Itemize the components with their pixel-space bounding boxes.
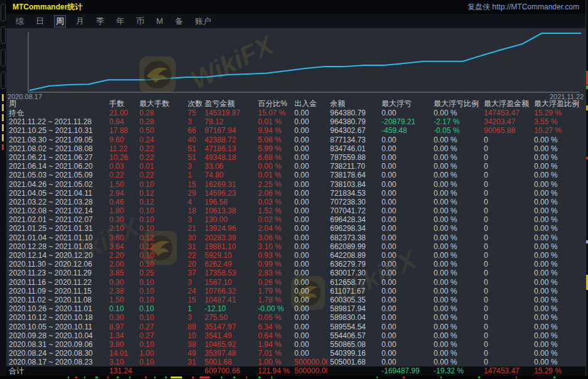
menu-item-日[interactable]: 日 xyxy=(34,15,46,28)
table-row[interactable]: 2021.06.14 ~ 2021.06.200.030.01333.060.0… xyxy=(6,162,585,171)
table-cell: 0.00 xyxy=(379,278,431,287)
table-cell: 20 xyxy=(185,260,202,269)
table-cell: 0.26 % xyxy=(255,278,292,287)
menu-item-M[interactable]: M xyxy=(154,16,165,26)
table-cell: 5.08 % xyxy=(255,136,292,144)
table-cell: 0.00 % xyxy=(532,323,585,331)
background-candle-fragment xyxy=(129,376,131,378)
window-titlebar[interactable]: MTCommander统计 复盘侠 http://MTCommander.com xyxy=(6,0,585,14)
table-cell: 30 xyxy=(185,233,202,242)
table-cell: 1.94 % xyxy=(255,340,292,349)
table-cell: 2021.04.26 ~ 2021.05.02 xyxy=(6,180,107,189)
table-row[interactable]: 2020.08.31 ~ 2020.09.063.800.103810465.9… xyxy=(6,340,585,349)
table-row[interactable]: 2021.01.04 ~ 2021.01.103.600.123020283.3… xyxy=(6,233,585,242)
table-cell: 0.28 xyxy=(137,109,185,117)
table-cell: 0.00 xyxy=(292,109,328,117)
table-cell: 3 xyxy=(185,162,202,171)
table-row[interactable]: 2020.10.12 ~ 2020.10.180.300.103275.500.… xyxy=(6,313,585,322)
table-cell: 38 xyxy=(185,340,202,349)
table-row[interactable]: 2021.10.25 ~ 2021.10.3117.880.506687167.… xyxy=(6,126,585,135)
table-cell: 0.00 xyxy=(379,340,431,349)
table-row[interactable]: 2021.08.02 ~ 2021.08.0811.220.225147186.… xyxy=(6,144,585,153)
table-row[interactable]: 2020.10.26 ~ 2020.11.010.100.101-12.10-0… xyxy=(6,304,585,313)
table-cell: -459.48 xyxy=(379,126,431,135)
menu-item-综[interactable]: 综 xyxy=(14,15,26,28)
table-row[interactable]: 2020.11.23 ~ 2020.11.293.850.253717358.5… xyxy=(6,269,585,277)
table-cell: 0.00 % xyxy=(532,340,585,349)
table-cell: 0.84 xyxy=(107,117,137,126)
table-cell: 0 xyxy=(481,304,532,313)
table-cell: 1.79 % xyxy=(255,287,292,296)
table-cell: 0.00 xyxy=(379,358,431,366)
table-cell: 0.00 % xyxy=(431,233,481,242)
table-cell: 0.00 % xyxy=(532,153,585,162)
table-cell: 0.00 % xyxy=(532,358,585,366)
table-cell: 1 xyxy=(185,171,202,179)
column-header: 最大浮亏 xyxy=(379,99,431,109)
table-row[interactable]: 2020.11.02 ~ 2020.11.081.500.101510487.4… xyxy=(6,296,585,304)
table-cell: 0.00 xyxy=(292,224,328,233)
table-cell: 0.10 xyxy=(137,340,185,349)
table-row[interactable]: 2021.03.22 ~ 2021.03.280.460.124196.580.… xyxy=(6,198,585,206)
table-row[interactable]: 2020.10.05 ~ 2020.10.118.970.278835147.9… xyxy=(6,323,585,331)
column-header: 余额 xyxy=(328,99,379,109)
table-cell: 0.00 xyxy=(292,349,328,358)
table-cell: 0 xyxy=(481,171,532,179)
background-candle-fragment xyxy=(192,376,194,378)
vendor-link[interactable]: 复盘侠 http://MTCommander.com xyxy=(468,2,579,13)
menu-item-月[interactable]: 月 xyxy=(74,15,86,28)
table-row[interactable]: 2021.06.21 ~ 2021.06.2710.260.225149348.… xyxy=(6,153,585,162)
table-row[interactable]: 持仓21.000.2875145319.8715.07 %0.00964380.… xyxy=(6,109,585,117)
menu-item-季[interactable]: 季 xyxy=(94,15,106,28)
table-cell: 2020.10.12 ~ 2020.10.18 xyxy=(6,313,107,322)
menu-item-备[interactable]: 备 xyxy=(173,15,185,28)
table-row[interactable]: 2020.11.30 ~ 2020.12.062.000.10206262.49… xyxy=(6,260,585,269)
table-cell xyxy=(185,366,202,375)
table-cell: 0.28 xyxy=(137,117,185,126)
table-row[interactable]: 2021.04.26 ~ 2021.05.021.500.101516269.3… xyxy=(6,180,585,189)
table-row[interactable]: 2020.08.24 ~ 2020.08.3014.011.004935397.… xyxy=(6,349,585,358)
table-cell: 0.00 xyxy=(379,153,431,162)
menu-item-账户[interactable]: 账户 xyxy=(193,15,213,28)
table-row[interactable]: 2020.11.09 ~ 2020.11.152.380.102410766.3… xyxy=(6,287,585,296)
menu-item-年[interactable]: 年 xyxy=(114,15,126,28)
table-row[interactable]: 2021.04.05 ~ 2021.04.112.940.122914596.2… xyxy=(6,189,585,198)
table-cell: 0.00 % xyxy=(532,269,585,277)
table-cell: 0 xyxy=(481,323,532,331)
table-row[interactable]: 2021.08.30 ~ 2021.09.059.600.244042388.7… xyxy=(6,136,585,144)
table-cell: 2021.08.02 ~ 2021.08.08 xyxy=(6,144,107,153)
table-cell: 2.00 xyxy=(107,260,137,269)
table-cell: 0 xyxy=(481,278,532,287)
table-cell: 66 xyxy=(185,126,202,135)
menu-item-币[interactable]: 币 xyxy=(134,15,146,28)
menu-item-周[interactable]: 周 xyxy=(54,15,66,28)
table-row[interactable]: 2021.11.22 ~ 2021.11.280.840.28378.120.0… xyxy=(6,117,585,126)
table-row[interactable]: 2021.01.25 ~ 2021.01.312.100.102113924.9… xyxy=(6,224,585,233)
table-cell: 1 xyxy=(185,304,202,313)
table-cell: 0.00 xyxy=(292,126,328,135)
table-cell: 0 xyxy=(481,358,532,366)
table-row[interactable]: 2020.11.16 ~ 2020.11.220.300.1031587.100… xyxy=(6,278,585,287)
table-row[interactable]: 2021.02.08 ~ 2021.02.141.800.101810613.3… xyxy=(6,206,585,215)
table-row[interactable]: 2020.09.28 ~ 2020.10.041.340.27103541.49… xyxy=(6,331,585,340)
table-cell: 0.00 % xyxy=(532,233,585,242)
table-cell: 721834.53 xyxy=(328,189,379,198)
background-candle-fragment xyxy=(516,376,517,378)
table-row[interactable]: 2020.08.17 ~ 2020.08.233.100.10315001.68… xyxy=(6,358,585,366)
table-cell: 0 xyxy=(481,224,532,233)
table-row[interactable]: 2020.12.14 ~ 2020.12.202.200.10225929.10… xyxy=(6,251,585,260)
table-cell: 10487.41 xyxy=(202,296,255,304)
table-cell: 0 xyxy=(481,206,532,215)
table-cell: 31 xyxy=(185,242,202,251)
table-row[interactable]: 2021.02.01 ~ 2021.02.070.300.103130.000.… xyxy=(6,215,585,224)
table-cell: 15.29 % xyxy=(532,366,585,375)
table-cell: 0 xyxy=(481,296,532,304)
table-row[interactable]: 2021.05.03 ~ 2021.05.090.220.22174.800.0… xyxy=(6,171,585,179)
table-cell xyxy=(328,366,379,375)
table-cell: 0.00 xyxy=(379,304,431,313)
table-cell: 0.00 % xyxy=(431,206,481,215)
table-cell: 1.50 xyxy=(107,296,137,304)
table-cell: 0.00 xyxy=(292,323,328,331)
table-row[interactable]: 2020.12.28 ~ 2021.01.033.640.123119881.1… xyxy=(6,242,585,251)
background-candle-fragment xyxy=(377,376,378,378)
